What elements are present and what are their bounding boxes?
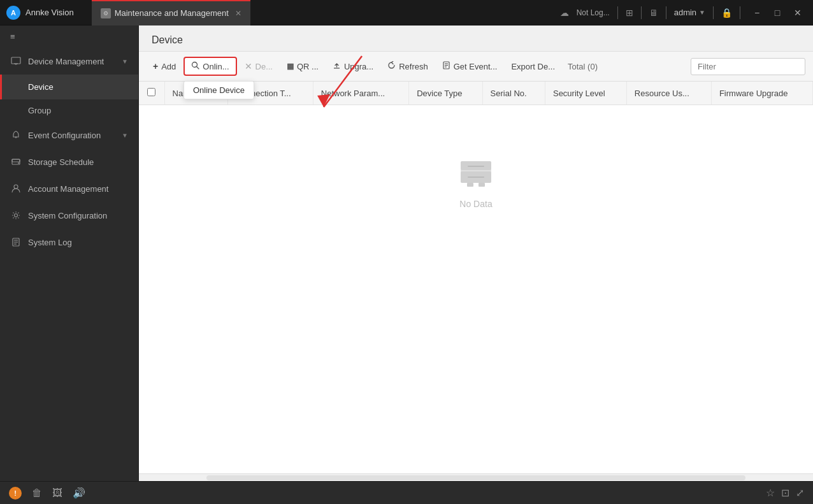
col-device-type[interactable]: Device Type [409,82,482,105]
sidebar-item-device[interactable]: Device [0,75,138,99]
plus-icon: + [153,61,158,71]
chevron-down-icon: ▼ [122,132,128,139]
svg-point-7 [18,162,19,164]
titlebar-tabs: ⚙ Maintenance and Management ✕ [92,0,250,25]
divider5 [740,6,740,19]
online-device-tooltip: Online Device [183,81,254,99]
minimize-button[interactable]: − [748,4,766,22]
divider4 [713,6,714,19]
bell-icon [10,129,22,141]
scrollbar-area[interactable] [139,473,813,481]
qr-button[interactable]: ▦ QR ... [280,59,325,75]
divider2 [641,6,642,19]
toolbar: + Add Onlin... Online Device ✕ [139,52,813,82]
window-controls: − □ ✕ [748,4,807,22]
sidebar-item-group[interactable]: Group [0,99,138,122]
svg-line-15 [197,67,199,69]
sidebar-item-event-configuration[interactable]: Event Configuration ▼ [0,122,138,148]
log-icon [10,236,22,248]
delete-icon: ✕ [245,61,252,71]
no-data-label: No Data [459,199,492,209]
sidebar-item-storage-schedule[interactable]: Storage Schedule [0,148,138,175]
svg-rect-6 [12,159,20,162]
hamburger-icon: ≡ [10,32,15,41]
upload-icon [333,61,341,71]
sidebar-item-label: Storage Schedule [28,157,94,167]
user-label: admin [674,8,696,17]
tab-label: Maintenance and Management [115,8,229,18]
get-event-button[interactable]: Get Event... [436,58,504,75]
bottom-bar: ! 🗑 🖼 🔊 ☆ ⊡ ⤢ [0,481,813,504]
total-label: Total (0) [563,62,603,71]
titlebar-right: ☁ Not Log... ⊞ 🖥 admin ▼ 🔒 − □ ✕ [560,4,807,22]
col-security-level[interactable]: Security Level [545,82,626,105]
page-title: Device [152,34,183,45]
sidebar-hamburger-button[interactable]: ≡ [0,25,138,48]
titlebar-left: A Annke Vision ⚙ Maintenance and Managem… [6,0,250,25]
monitor-icon [10,55,22,67]
sidebar-item-system-configuration[interactable]: System Configuration [0,202,138,229]
qr-icon: ▦ [287,62,294,71]
sidebar: ≡ Device Management ▼ Device Group [0,25,139,481]
sidebar-item-device-management[interactable]: Device Management ▼ [0,48,138,75]
app-logo: A [6,6,20,20]
chevron-down-icon: ▼ [122,58,128,65]
refresh-icon [387,61,396,71]
expand-icon[interactable]: ⤢ [796,487,804,499]
sidebar-item-label: System Configuration [28,211,107,220]
svg-point-8 [14,185,18,189]
document-icon [442,61,450,71]
main-layout: ≡ Device Management ▼ Device Group [0,25,813,481]
filter-input[interactable] [691,58,805,75]
svg-rect-28 [467,183,473,187]
star-icon[interactable]: ☆ [766,487,775,499]
sidebar-item-account-management[interactable]: Account Management [0,175,138,202]
col-checkbox [139,82,164,105]
status-warning-icon: ! [9,487,22,500]
main-tab[interactable]: ⚙ Maintenance and Management ✕ [92,0,250,25]
col-serial-no[interactable]: Serial No. [482,82,545,105]
svg-point-9 [15,214,18,217]
trash-icon[interactable]: 🗑 [32,487,42,499]
no-data-icon [456,156,496,190]
sidebar-item-label: Device Management [28,57,104,66]
sidebar-item-label: System Log [28,238,72,247]
no-data-state: No Data [139,105,813,260]
col-network-params[interactable]: Network Param... [313,82,408,105]
content-header: Device [139,25,813,52]
volume-icon[interactable]: 🔊 [73,487,85,499]
delete-button[interactable]: ✕ De... [238,58,279,75]
bottom-right: ☆ ⊡ ⤢ [766,487,804,499]
titlebar: A Annke Vision ⚙ Maintenance and Managem… [0,0,813,25]
image-icon[interactable]: 🖼 [52,487,62,499]
col-firmware-upgrade[interactable]: Firmware Upgrade [711,82,812,105]
cloud-icon: ☁ [560,8,569,18]
online-device-button[interactable]: Onlin... [183,57,236,76]
not-logged-label: Not Log... [577,8,610,17]
export-button[interactable]: Export De... [505,59,561,75]
grid-icon: ⊞ [626,8,633,18]
table-wrap: Name ▲▼ Connection T... Network Param...… [139,82,813,473]
storage-icon [10,156,22,168]
upgrade-button[interactable]: Upgra... [326,58,380,75]
lock-icon[interactable]: 🔒 [721,8,732,18]
maximize-button[interactable]: □ [768,4,786,22]
add-button[interactable]: + Add [147,58,182,75]
divider [617,6,618,19]
svg-rect-0 [11,57,20,64]
window-icon[interactable]: ⊡ [781,487,789,499]
sidebar-item-label: Event Configuration [28,131,101,140]
divider3 [666,6,666,19]
user-area[interactable]: admin ▼ [674,8,705,17]
select-all-checkbox[interactable] [147,88,155,96]
scrollbar-thumb[interactable] [206,475,745,480]
col-resource-usage[interactable]: Resource Us... [626,82,711,105]
refresh-button[interactable]: Refresh [381,58,435,75]
sidebar-item-label: Group [28,106,51,115]
tab-icon: ⚙ [101,8,111,18]
close-button[interactable]: ✕ [789,4,807,22]
user-chevron-icon: ▼ [699,9,705,16]
sidebar-item-system-log[interactable]: System Log [0,229,138,256]
search-icon [191,61,199,71]
tab-close-icon[interactable]: ✕ [235,9,241,18]
